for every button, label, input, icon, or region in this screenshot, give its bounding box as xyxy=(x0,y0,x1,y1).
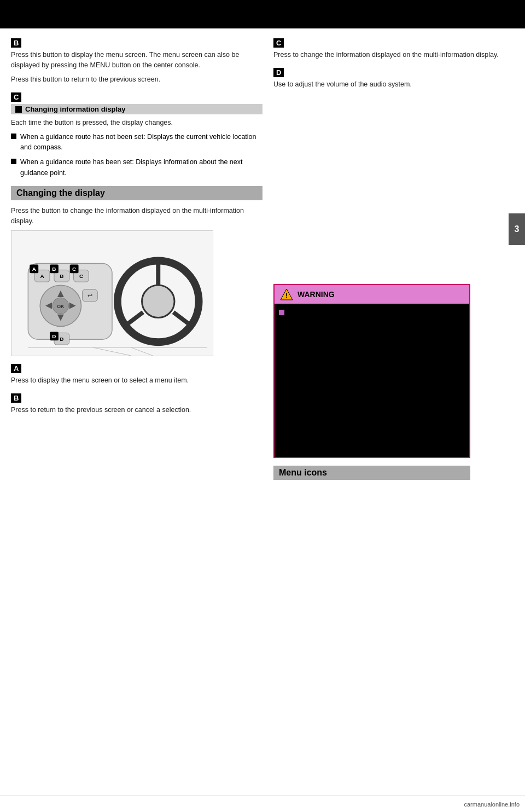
section-c-sq-icon xyxy=(15,106,22,113)
warning-header: ! WARNING xyxy=(275,285,469,304)
right-labels-block: C Press to change the information displa… xyxy=(273,38,514,90)
svg-point-2 xyxy=(142,285,174,317)
bullet-1-icon xyxy=(11,134,16,139)
bullet-2-icon xyxy=(11,159,16,164)
svg-text:B: B xyxy=(60,273,63,279)
right-label-d-box: D xyxy=(273,68,284,77)
menu-icons-header: Menu icons xyxy=(273,466,470,480)
top-bar xyxy=(0,0,525,28)
page-number-tab: 3 xyxy=(509,213,525,245)
section-b-text2: Press this button to return to the previ… xyxy=(11,74,262,85)
svg-text:D: D xyxy=(60,336,63,342)
warning-body-sq: Do not operate the navigation system or … xyxy=(279,308,465,357)
changing-display-body: Press the button to change the informati… xyxy=(11,206,262,227)
bullet-2: When a guidance route has been set: Disp… xyxy=(11,157,262,178)
menu-icons-heading-text: Menu icons xyxy=(279,468,327,477)
label-a-box: A xyxy=(11,364,21,373)
svg-text:A: A xyxy=(32,266,36,272)
label-b-block: B Press to return to the previous screen… xyxy=(11,393,262,415)
section-c-header-text: Changing information display xyxy=(25,105,125,113)
svg-text:C: C xyxy=(79,273,83,279)
warning-box: ! WARNING Do not operate the navigation … xyxy=(273,284,470,458)
section-c-header-bar: Changing information display xyxy=(11,104,262,114)
svg-text:!: ! xyxy=(285,291,288,299)
right-label-c-block: C Press to change the information displa… xyxy=(273,38,514,60)
label-b-text: Press to return to the previous screen o… xyxy=(11,405,262,415)
bullet-1-text: When a guidance route has not been set: … xyxy=(20,132,262,153)
section-c-label: C xyxy=(11,92,21,102)
section-b-label: B xyxy=(11,38,21,48)
bullet-1: When a guidance route has not been set: … xyxy=(11,132,262,153)
warning-body: Do not operate the navigation system or … xyxy=(275,304,469,457)
warning-sq-icon xyxy=(279,310,284,315)
svg-text:↩: ↩ xyxy=(88,292,92,299)
warning-triangle-icon: ! xyxy=(280,288,293,300)
footer-url: carmanualonline.info xyxy=(464,801,520,808)
right-label-c-box: C xyxy=(273,38,284,48)
right-column: C Press to change the information displa… xyxy=(273,38,514,480)
svg-text:C: C xyxy=(72,266,76,272)
right-label-d-text: Use to adjust the volume of the audio sy… xyxy=(273,79,514,90)
section-c-body1: Each time the button is pressed, the dis… xyxy=(11,118,262,128)
page-number-text: 3 xyxy=(515,224,520,234)
svg-text:A: A xyxy=(40,273,44,279)
car-illustration: OK A B C ↩ D A xyxy=(11,230,213,356)
svg-text:D: D xyxy=(52,333,56,339)
svg-text:B: B xyxy=(52,266,56,272)
svg-text:OK: OK xyxy=(57,304,65,309)
section-b-block: B Press this button to display the menu … xyxy=(11,38,262,85)
label-b-box: B xyxy=(11,393,21,403)
changing-display-header: Changing the display xyxy=(11,186,262,200)
section-b-text1: Press this button to display the menu sc… xyxy=(11,50,262,71)
right-col-spacer xyxy=(273,98,514,284)
bottom-bar: carmanualonline.info xyxy=(0,796,525,812)
label-a-block: A Press to display the menu screen or to… xyxy=(11,364,262,386)
changing-display-heading-text: Changing the display xyxy=(16,188,105,198)
right-label-d-block: D Use to adjust the volume of the audio … xyxy=(273,68,514,90)
warning-title-text: WARNING xyxy=(298,290,335,299)
section-c-block: C Changing information display Each time… xyxy=(11,92,262,178)
bullet-2-text: When a guidance route has been set: Disp… xyxy=(20,157,262,178)
right-label-c-text: Press to change the information displaye… xyxy=(273,50,514,60)
left-column: B Press this button to display the menu … xyxy=(11,38,262,480)
warning-body-text: Do not operate the navigation system or … xyxy=(288,308,465,357)
label-a-text: Press to display the menu screen or to s… xyxy=(11,375,262,386)
